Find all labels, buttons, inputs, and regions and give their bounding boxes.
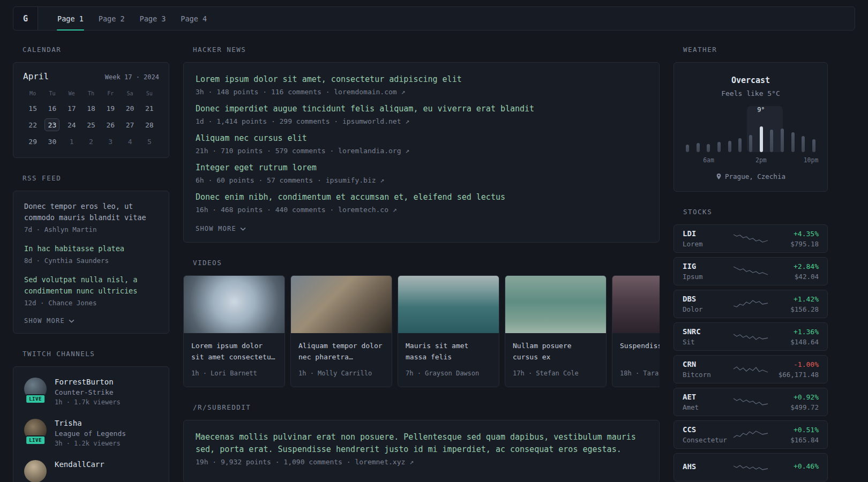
rss-item-title[interactable]: In hac habitasse platea xyxy=(24,243,158,254)
calendar-date: 22 xyxy=(25,118,40,131)
tab-page-4[interactable]: Page 4 xyxy=(173,7,214,30)
twitch-channel[interactable]: LIVE Trisha League of Legends 3h · 1.2k … xyxy=(24,419,158,447)
stock-price: $42.04 xyxy=(768,273,819,281)
rss-item: Sed volutpat nulla nisl, a condimentum n… xyxy=(24,274,158,307)
tab-page-2[interactable]: Page 2 xyxy=(91,7,132,30)
video-card[interactable]: Lorem ipsum dolor sit amet consectetu… 1… xyxy=(183,275,285,387)
calendar-date: 24 xyxy=(64,118,79,131)
avatar-image xyxy=(24,460,47,482)
video-card[interactable]: Nullam posuere cursus ex 17h · Stefan Co… xyxy=(505,275,607,387)
channel-info: ForrestBurton Counter-Strike 1h · 1.7k v… xyxy=(55,378,121,406)
temperature-bar xyxy=(791,132,795,152)
weather-location: Prague, Czechia xyxy=(685,172,817,180)
stock-row[interactable]: CRN Bitcorn -1.00% $66,171.48 xyxy=(674,355,828,383)
tab-page-3[interactable]: Page 3 xyxy=(132,7,174,30)
stock-price: $165.84 xyxy=(768,436,819,444)
temperature-bar xyxy=(770,130,773,152)
stock-identity: SNRC Sit xyxy=(683,327,733,346)
hn-item-title[interactable]: Donec imperdiet augue tincidunt felis al… xyxy=(196,103,647,115)
hn-show-more-button[interactable]: SHOW MORE xyxy=(196,225,246,232)
stock-change: +0.46% xyxy=(768,462,819,470)
rss-item-meta: 8d · Cynthia Saunders xyxy=(24,257,158,265)
video-card[interactable]: Aliquam tempor dolor nec pharetra… 1h · … xyxy=(290,275,392,387)
app-logo[interactable]: G xyxy=(13,7,38,30)
video-meta: 7h · Grayson Dawson xyxy=(406,370,491,377)
hn-item-meta[interactable]: 16h · 468 points · 440 comments · loremt… xyxy=(196,206,647,214)
calendar-header: April Week 17 · 2024 xyxy=(23,71,159,81)
stock-change: +1.36% xyxy=(768,328,819,336)
calendar-date-next-month: 3 xyxy=(103,135,118,148)
video-card-body: Suspendisse … diam 18h · Tara xyxy=(612,333,660,387)
hn-item-meta[interactable]: 21h · 710 points · 579 comments · loreml… xyxy=(196,147,647,155)
video-meta: 1h · Lori Barnett xyxy=(191,370,277,377)
twitch-section-title: TWITCH CHANNELS xyxy=(23,350,169,358)
twitch-channel[interactable]: KendallCarr xyxy=(24,460,158,482)
video-title: Mauris sit amet massa felis xyxy=(406,340,491,363)
rss-item-title[interactable]: Donec tempor eros leo, ut commodo mauris… xyxy=(24,201,158,223)
hn-item-meta[interactable]: 6h · 60 points · 57 comments · ipsumify.… xyxy=(196,176,647,184)
subreddit-widget: Maecenas mollis pulvinar erat non posuer… xyxy=(183,420,660,482)
calendar-date: 29 xyxy=(25,135,40,148)
stock-symbol: LDI xyxy=(683,229,733,238)
stock-symbol: CCS xyxy=(683,425,733,434)
weather-location-label: Prague, Czechia xyxy=(725,172,785,180)
channel-info: KendallCarr xyxy=(55,460,104,482)
calendar-date: 21 xyxy=(142,102,157,115)
weekday-label: Su xyxy=(146,88,153,98)
temperature-bar-current xyxy=(760,126,763,152)
hn-item-title[interactable]: Lorem ipsum dolor sit amet, consectetur … xyxy=(196,73,647,86)
stock-row[interactable]: IIG Ipsum +2.84% $42.04 xyxy=(674,257,828,285)
rss-item-meta: 12d · Chance Jones xyxy=(24,299,158,307)
stock-row[interactable]: SNRC Sit +1.36% $148.64 xyxy=(674,322,828,351)
hacker-news-section-title: HACKER NEWS xyxy=(193,46,660,54)
hour-label: 6am xyxy=(703,156,714,164)
subreddit-section-title: /R/SUBREDDIT xyxy=(193,403,660,411)
stock-row[interactable]: AHS +0.46% xyxy=(674,453,828,481)
stock-row[interactable]: CCS Consectetur +0.51% $165.84 xyxy=(674,420,828,449)
chevron-down-icon xyxy=(240,227,246,231)
video-card[interactable]: Mauris sit amet massa felis 7h · Grayson… xyxy=(398,275,499,387)
avatar: LIVE xyxy=(24,419,47,441)
twitch-channel[interactable]: LIVE ForrestBurton Counter-Strike 1h · 1… xyxy=(24,378,158,406)
hn-item-meta[interactable]: 1d · 1,414 points · 299 comments · ipsum… xyxy=(196,117,647,125)
stock-name: Lorem xyxy=(683,240,733,248)
hn-item-title[interactable]: Donec enim nibh, condimentum et accumsan… xyxy=(196,191,647,204)
hn-item-meta[interactable]: 3h · 148 points · 116 comments · loremdo… xyxy=(196,88,647,96)
weekday-label: Tu xyxy=(49,88,55,98)
hn-item: Lorem ipsum dolor sit amet, consectetur … xyxy=(196,73,647,96)
stock-identity: AHS xyxy=(683,462,733,473)
hn-item-title[interactable]: Integer eget rutrum lorem xyxy=(196,162,647,174)
calendar-date: 16 xyxy=(44,102,59,115)
weather-section: WEATHER Overcast Feels like 5°C 9° xyxy=(674,46,828,192)
reddit-post-meta[interactable]: 19h · 9,932 points · 1,090 comments · lo… xyxy=(196,458,647,466)
stock-change: +0.92% xyxy=(768,393,819,401)
temperature-bar xyxy=(802,136,805,152)
right-column: WEATHER Overcast Feels like 5°C 9° xyxy=(674,46,828,482)
twitch-widget: LIVE ForrestBurton Counter-Strike 1h · 1… xyxy=(13,366,169,482)
stock-row[interactable]: DBS Dolor +1.42% $156.28 xyxy=(674,290,828,318)
rss-item-title[interactable]: Sed volutpat nulla nisl, a condimentum n… xyxy=(24,274,158,297)
stock-identity: CRN Bitcorn xyxy=(683,360,733,379)
calendar-date-selected: 23 xyxy=(44,118,59,131)
stock-row[interactable]: AET Amet +0.92% $499.72 xyxy=(674,388,828,416)
calendar-week-year: Week 17 · 2024 xyxy=(105,73,159,81)
stock-row[interactable]: LDI Lorem +4.35% $795.18 xyxy=(674,224,828,253)
middle-column: HACKER NEWS Lorem ipsum dolor sit amet, … xyxy=(183,46,660,482)
video-card[interactable]: Suspendisse … diam 18h · Tara xyxy=(612,275,660,387)
channel-info: Trisha League of Legends 3h · 1.2k viewe… xyxy=(55,419,126,447)
calendar-date: 17 xyxy=(64,102,79,115)
rss-show-more-button[interactable]: SHOW MORE xyxy=(24,317,74,325)
stock-price: $148.64 xyxy=(768,338,819,346)
dashboard: CALENDAR April Week 17 · 2024 Mo Tu We T… xyxy=(0,31,868,482)
channel-name: Trisha xyxy=(55,419,126,427)
reddit-post-title[interactable]: Maecenas mollis pulvinar erat non posuer… xyxy=(196,431,647,456)
calendar-date-next-month: 4 xyxy=(123,135,138,148)
stock-identity: AET Amet xyxy=(683,393,733,411)
tab-page-1[interactable]: Page 1 xyxy=(50,7,91,30)
channel-category: Counter-Strike xyxy=(55,388,121,396)
video-title: Suspendisse … diam xyxy=(620,340,660,363)
peak-temperature-label: 9° xyxy=(757,106,765,114)
twitch-section: TWITCH CHANNELS LIVE ForrestBurton Count… xyxy=(13,350,169,482)
weekday-label: Th xyxy=(88,88,94,98)
hn-item-title[interactable]: Aliquam nec cursus elit xyxy=(196,132,647,145)
